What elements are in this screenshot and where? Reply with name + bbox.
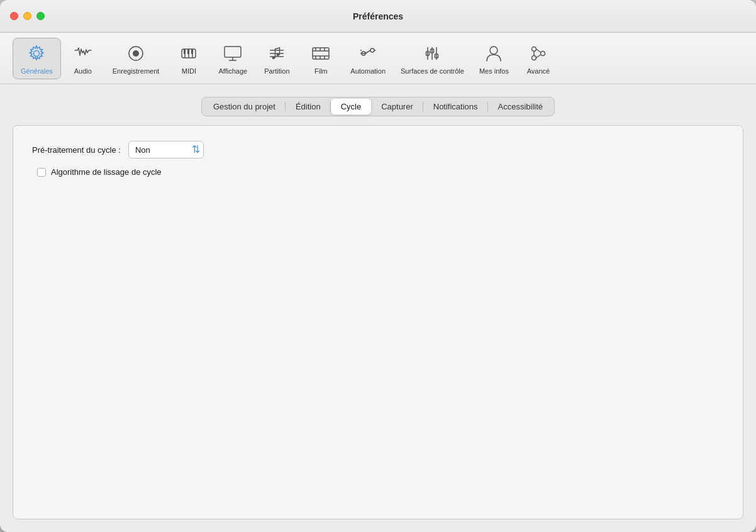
person-icon: [484, 42, 503, 65]
svg-point-44: [531, 55, 536, 60]
svg-point-30: [370, 48, 374, 52]
svg-rect-9: [191, 49, 193, 54]
subtab-capturer[interactable]: Capturer: [371, 99, 423, 114]
algorithme-label: Algorithme de lissage de cycle: [51, 167, 162, 177]
svg-point-0: [34, 50, 40, 56]
surfaces-icon: [423, 42, 442, 65]
toolbar-item-generales[interactable]: Générales: [13, 38, 61, 79]
maximize-button[interactable]: [36, 12, 45, 20]
svg-point-42: [531, 47, 536, 51]
svg-rect-10: [225, 47, 241, 57]
subtab-notifications[interactable]: Notifications: [423, 99, 488, 114]
svg-point-2: [133, 50, 139, 57]
svg-rect-8: [187, 49, 189, 54]
toolbar-label-affichage: Affichage: [219, 67, 248, 75]
sub-tabs-bar: Gestion du projet Édition Cycle Capturer…: [13, 97, 743, 116]
toolbar: Générales Audio Enregistrement: [0, 33, 756, 84]
window-controls: [10, 12, 45, 20]
automation-icon: [359, 42, 377, 65]
toolbar-label-audio: Audio: [74, 67, 92, 75]
toolbar-item-automation[interactable]: Automation: [343, 38, 393, 79]
toolbar-item-midi[interactable]: MIDI: [167, 38, 211, 79]
toolbar-label-midi: MIDI: [182, 67, 196, 75]
cycle-panel: Pré-traitement du cycle : Non Oui ⇅ Algo…: [13, 125, 743, 519]
pretraitement-label: Pré-traitement du cycle :: [32, 145, 121, 155]
toolbar-item-partition[interactable]: Partition: [255, 38, 299, 79]
toolbar-item-surfaces[interactable]: Surfaces de contrôle: [393, 38, 472, 79]
svg-point-43: [540, 51, 545, 55]
toolbar-label-mesinfos: Mes infos: [479, 67, 509, 75]
svg-rect-20: [313, 48, 329, 59]
toolbar-item-avance[interactable]: Avancé: [516, 38, 560, 79]
toolbar-label-partition: Partition: [264, 67, 289, 75]
minimize-button[interactable]: [23, 12, 31, 20]
toolbar-item-enregistrement[interactable]: Enregistrement: [105, 38, 167, 79]
toolbar-label-generales: Générales: [21, 67, 53, 75]
toolbar-label-avance: Avancé: [527, 67, 550, 75]
display-icon: [223, 42, 242, 65]
toolbar-item-affichage[interactable]: Affichage: [211, 38, 255, 79]
svg-point-41: [490, 47, 498, 54]
toolbar-label-film: Film: [314, 67, 328, 75]
svg-line-32: [365, 50, 370, 53]
title-bar: Préférences: [0, 0, 756, 33]
midi-icon: [179, 42, 198, 65]
subtab-accessibilite[interactable]: Accessibilité: [488, 99, 553, 114]
film-icon: [311, 42, 330, 65]
algorithme-checkbox[interactable]: [37, 168, 46, 177]
toolbar-item-film[interactable]: Film: [299, 38, 343, 79]
record-icon: [126, 42, 145, 65]
sub-tabs-container: Gestion du projet Édition Cycle Capturer…: [201, 97, 555, 116]
pretraitement-row: Pré-traitement du cycle : Non Oui ⇅: [32, 141, 724, 158]
toolbar-label-automation: Automation: [350, 67, 386, 75]
subtab-edition[interactable]: Édition: [286, 99, 331, 114]
pretraitement-select-wrapper: Non Oui ⇅: [128, 141, 204, 158]
subtab-cycle[interactable]: Cycle: [331, 99, 372, 114]
algorithme-row: Algorithme de lissage de cycle: [32, 167, 724, 177]
content-area: Gestion du projet Édition Cycle Capturer…: [0, 84, 756, 532]
gear-icon: [27, 42, 46, 65]
toolbar-item-mesinfos[interactable]: Mes infos: [472, 38, 516, 79]
window-title: Préférences: [353, 11, 403, 21]
toolbar-label-surfaces: Surfaces de contrôle: [401, 67, 464, 75]
toolbar-label-enregistrement: Enregistrement: [113, 67, 160, 75]
toolbar-item-audio[interactable]: Audio: [61, 38, 105, 79]
preferences-window: Préférences Générales Audio: [0, 0, 756, 532]
advanced-icon: [529, 42, 548, 65]
close-button[interactable]: [10, 12, 18, 20]
pretraitement-select[interactable]: Non Oui: [128, 141, 204, 158]
subtab-gestion[interactable]: Gestion du projet: [203, 99, 286, 114]
audio-icon: [74, 42, 92, 65]
partition-icon: [267, 42, 286, 65]
svg-rect-7: [184, 49, 186, 54]
